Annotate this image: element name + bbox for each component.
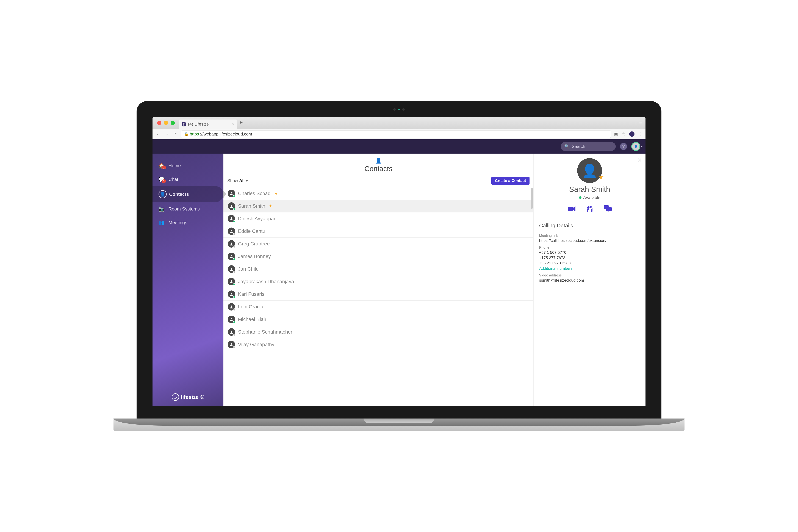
presence-dot-icon xyxy=(233,220,235,223)
tab-favicon: ◎ xyxy=(182,122,186,127)
contact-row[interactable]: Sarah Smith★ xyxy=(224,200,533,212)
contact-detail-panel: × 👤 ★ Sarah Smith Available xyxy=(534,154,646,406)
scrollbar[interactable] xyxy=(531,188,533,209)
meeting-link-value[interactable]: https://call.lifesizecloud.com/extension… xyxy=(539,238,640,243)
svg-rect-13 xyxy=(568,207,573,211)
close-tab-button[interactable]: × xyxy=(232,122,234,127)
contact-row[interactable]: Michael Blair xyxy=(224,313,533,326)
sidebar-item-label: Chat xyxy=(169,177,178,182)
presence-dot-icon xyxy=(233,233,235,235)
favorite-star-icon[interactable]: ★ xyxy=(598,173,604,181)
svg-point-6 xyxy=(231,268,232,269)
phone-value-2: +55 21 3978 2288 xyxy=(539,261,640,265)
screen: ◎ (4) Lifesize × ▸ ≡ ← → ⟳ 🔒 https://web… xyxy=(152,117,646,406)
filter-dropdown[interactable]: Show All ▾ xyxy=(227,178,248,183)
person-icon: 👤 xyxy=(582,163,597,178)
contact-row[interactable]: Stephanie Schuhmacher xyxy=(224,326,533,338)
calling-details-heading: Calling Details xyxy=(539,223,640,229)
sidebar-item-room-systems[interactable]: 📷 Room Systems xyxy=(152,202,224,216)
chat-button[interactable] xyxy=(604,205,612,214)
contact-avatar xyxy=(228,341,235,348)
laptop-base xyxy=(114,418,684,431)
contact-row[interactable]: Vijay Ganapathy xyxy=(224,338,533,351)
contacts-panel: 👤 Contacts Show All ▾ Create a Contact xyxy=(224,154,534,406)
cast-icon[interactable]: ▣ xyxy=(614,132,618,136)
url-protocol: https xyxy=(190,132,199,136)
svg-point-0 xyxy=(231,192,232,193)
contact-avatar xyxy=(228,228,235,235)
bookmark-icon[interactable]: ☆ xyxy=(622,132,626,136)
contact-name: Dinesh Ayyappan xyxy=(238,216,277,222)
contact-row[interactable]: James Bonney xyxy=(224,250,533,263)
svg-rect-15 xyxy=(591,209,592,212)
chat-icon: 💬 3 xyxy=(158,176,165,182)
browser-toolbar: ← → ⟳ 🔒 https://webapp.lifesizecloud.com… xyxy=(152,129,646,139)
maximize-window-button[interactable] xyxy=(171,121,175,125)
presence-dot-icon xyxy=(233,283,235,286)
contact-name: Charles Schad xyxy=(238,191,271,196)
contact-avatar xyxy=(228,190,235,197)
reload-button[interactable]: ⟳ xyxy=(173,132,178,136)
contact-row[interactable]: Jan Child xyxy=(224,263,533,276)
minimize-window-button[interactable] xyxy=(164,121,168,125)
contact-avatar xyxy=(228,215,235,222)
close-panel-button[interactable]: × xyxy=(638,156,642,164)
search-placeholder: Search xyxy=(572,144,585,149)
contact-row[interactable]: Karl Fusaris xyxy=(224,288,533,301)
sidebar-item-label: Contacts xyxy=(169,191,189,197)
audio-call-button[interactable] xyxy=(586,205,593,214)
svg-point-10 xyxy=(231,318,232,319)
sidebar-item-chat[interactable]: 💬 3 Chat xyxy=(152,173,224,186)
search-input[interactable]: 🔍 Search xyxy=(561,142,616,151)
svg-point-3 xyxy=(231,230,232,231)
presence-dot-icon xyxy=(233,195,235,197)
contacts-list[interactable]: Charles Schad★Sarah Smith★Dinesh Ayyappa… xyxy=(224,187,533,406)
new-tab-button[interactable]: ▸ xyxy=(239,119,244,125)
forward-button[interactable]: → xyxy=(164,132,170,136)
lock-icon: 🔒 xyxy=(184,132,189,136)
laptop-notch xyxy=(363,418,435,423)
browser-menu-button[interactable]: ≡ xyxy=(639,120,642,126)
extension-icon[interactable] xyxy=(629,131,634,137)
browser-tab[interactable]: ◎ (4) Lifesize × xyxy=(179,119,237,129)
contact-avatar xyxy=(228,202,235,210)
filter-value: All xyxy=(239,178,245,183)
sidebar-item-contacts[interactable]: 👤 Contacts xyxy=(152,186,224,202)
app: 🔍 Search ? 👤 🏠 1 xyxy=(152,139,646,406)
back-button[interactable]: ← xyxy=(156,132,161,136)
svg-point-2 xyxy=(231,217,232,218)
contact-row[interactable]: Jayaprakash Dhananjaya xyxy=(224,276,533,288)
phone-value-1: +175 277 7673 xyxy=(539,255,640,260)
video-call-button[interactable] xyxy=(568,205,575,214)
phone-value-0: +57 1 507 5770 xyxy=(539,250,640,255)
room-icon: 📷 xyxy=(158,206,165,212)
laptop-frame: ◎ (4) Lifesize × ▸ ≡ ← → ⟳ 🔒 https://web… xyxy=(136,101,662,431)
create-contact-button[interactable]: Create a Contact xyxy=(491,177,530,185)
close-window-button[interactable] xyxy=(157,121,162,125)
svg-point-4 xyxy=(231,243,232,244)
contact-row[interactable]: Dinesh Ayyappan xyxy=(224,212,533,225)
chat-badge: 3 xyxy=(162,179,166,183)
presence-dot-icon xyxy=(233,308,235,311)
sidebar: 🏠 1 Home 💬 3 Chat 👤 xyxy=(152,154,224,406)
favorite-star-icon: ★ xyxy=(269,204,272,208)
contact-row[interactable]: Eddie Cantu xyxy=(224,225,533,238)
additional-numbers-link[interactable]: Additional numbers xyxy=(539,266,640,271)
help-button[interactable]: ? xyxy=(620,143,627,150)
presence-dot-icon xyxy=(579,196,582,199)
contact-row[interactable]: Charles Schad★ xyxy=(224,187,533,200)
svg-point-5 xyxy=(231,255,232,256)
profile-menu-button[interactable]: 👤 xyxy=(631,142,640,151)
sidebar-item-home[interactable]: 🏠 1 Home xyxy=(152,159,224,173)
presence-dot-icon xyxy=(233,271,235,273)
address-bar[interactable]: 🔒 https://webapp.lifesizecloud.com xyxy=(181,130,611,138)
presence-dot-icon xyxy=(233,346,235,349)
contact-row[interactable]: Lehi Gracia xyxy=(224,301,533,313)
contact-avatar xyxy=(228,328,235,336)
contact-name: Karl Fusaris xyxy=(238,291,264,297)
window-controls[interactable] xyxy=(157,121,175,125)
browser-overflow-button[interactable]: ⋮ xyxy=(638,132,642,136)
sidebar-item-meetings[interactable]: 👥 Meetings xyxy=(152,216,224,229)
contact-row[interactable]: Greg Crabtree xyxy=(224,238,533,250)
contact-avatar xyxy=(228,316,235,323)
